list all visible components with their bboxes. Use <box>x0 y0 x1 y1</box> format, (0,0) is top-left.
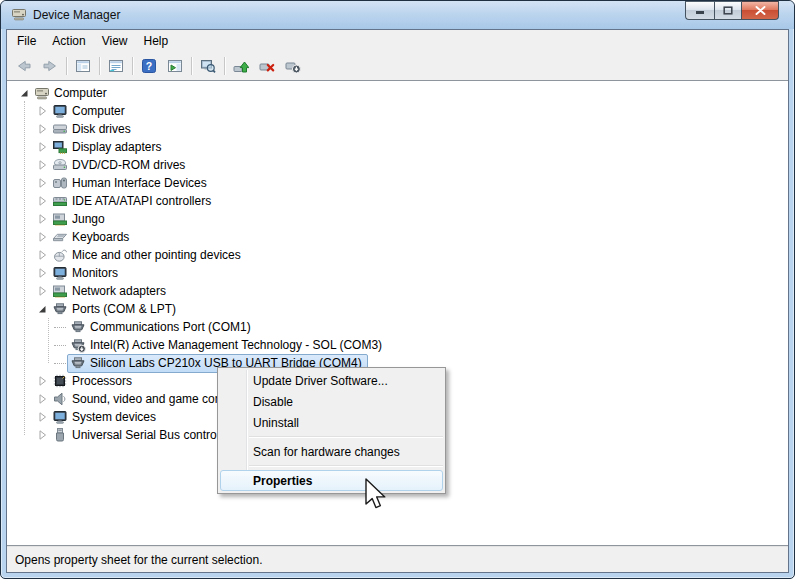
device-manager-window: Device Manager FileActionViewHelp ? Comp… <box>0 0 795 579</box>
context-menu-item-update-driver-software[interactable]: Update Driver Software... <box>220 370 443 391</box>
context-menu-separator <box>249 465 443 467</box>
tree-item[interactable]: Intel(R) Active Management Technology - … <box>53 336 788 354</box>
serial-port-icon <box>70 319 86 335</box>
tree-item[interactable]: Keyboards <box>35 228 788 246</box>
update-driver-icon <box>233 58 249 74</box>
show-hide-console-tree-button[interactable] <box>70 54 96 79</box>
disable-button[interactable] <box>280 54 306 79</box>
collapsed-arrow-icon[interactable] <box>35 194 49 208</box>
serial-port-icon <box>70 337 86 353</box>
svg-text:?: ? <box>146 60 152 72</box>
collapsed-arrow-icon[interactable] <box>35 428 49 442</box>
forward-icon <box>42 58 58 74</box>
network-adapter-icon <box>52 283 68 299</box>
action-pane-button[interactable] <box>162 54 188 79</box>
scan-hw-icon <box>200 58 216 74</box>
tree-item[interactable]: DVD/CD-ROM drives <box>35 156 788 174</box>
context-menu-item-uninstall[interactable]: Uninstall <box>220 412 443 433</box>
processor-icon <box>52 373 68 389</box>
tree-item-label: Display adapters <box>71 140 163 154</box>
scan-hardware-changes-button[interactable] <box>195 54 221 79</box>
collapsed-arrow-icon[interactable] <box>35 248 49 262</box>
collapsed-arrow-icon[interactable] <box>35 122 49 136</box>
tree-item-label: Disk drives <box>71 122 133 136</box>
menu-file[interactable]: File <box>9 31 44 51</box>
toolbar: ? <box>7 52 788 80</box>
properties-button[interactable] <box>103 54 129 79</box>
window-controls <box>685 1 779 20</box>
collapsed-arrow-icon[interactable] <box>35 140 49 154</box>
tree-connector <box>53 320 67 334</box>
tree-item[interactable]: Monitors <box>35 264 788 282</box>
tree-item-label: DVD/CD-ROM drives <box>71 158 187 172</box>
serial-port-icon <box>52 301 68 317</box>
keyboard-icon <box>52 229 68 245</box>
collapsed-arrow-icon[interactable] <box>35 158 49 172</box>
collapsed-arrow-icon[interactable] <box>35 374 49 388</box>
collapsed-arrow-icon[interactable] <box>35 392 49 406</box>
tree-item[interactable]: Human Interface Devices <box>35 174 788 192</box>
context-menu-item-disable[interactable]: Disable <box>220 391 443 412</box>
tree-item[interactable]: Computer <box>35 102 788 120</box>
help-button[interactable]: ? <box>136 54 162 79</box>
tree-item[interactable]: Display adapters <box>35 138 788 156</box>
close-icon <box>755 4 766 18</box>
serial-port-icon <box>70 355 86 371</box>
menu-view[interactable]: View <box>94 31 136 51</box>
collapsed-arrow-icon[interactable] <box>35 266 49 280</box>
expanded-arrow-icon[interactable] <box>17 86 31 100</box>
tree-item[interactable]: Mice and other pointing devices <box>35 246 788 264</box>
collapsed-arrow-icon[interactable] <box>35 104 49 118</box>
tree-item[interactable]: Computer <box>17 84 788 102</box>
monitor-icon <box>52 103 68 119</box>
cd-rom-icon <box>52 157 68 173</box>
tree-item[interactable]: Communications Port (COM1) <box>53 318 788 336</box>
menu-action[interactable]: Action <box>44 31 93 51</box>
monitor-icon <box>52 409 68 425</box>
maximize-button[interactable] <box>714 1 742 20</box>
collapsed-arrow-icon[interactable] <box>35 410 49 424</box>
device-manager-icon <box>11 6 27 25</box>
window-title: Device Manager <box>33 8 120 22</box>
collapsed-arrow-icon[interactable] <box>35 284 49 298</box>
tree-item-label: Human Interface Devices <box>71 176 209 190</box>
context-menu-item-scan-for-hardware-changes[interactable]: Scan for hardware changes <box>220 441 443 462</box>
back-button[interactable] <box>11 54 37 79</box>
tree-item[interactable]: Jungo <box>35 210 788 228</box>
title-bar[interactable]: Device Manager <box>1 1 794 29</box>
tree-item-label: System devices <box>71 410 158 424</box>
status-bar: Opens property sheet for the current sel… <box>7 546 788 572</box>
tree-item-label: Ports (COM & LPT) <box>71 302 178 316</box>
tree-item[interactable]: Network adapters <box>35 282 788 300</box>
speaker-icon <box>52 391 68 407</box>
collapsed-arrow-icon[interactable] <box>35 230 49 244</box>
tree-item[interactable]: Disk drives <box>35 120 788 138</box>
context-menu-separator <box>249 436 443 438</box>
forward-button[interactable] <box>37 54 63 79</box>
ide-controller-icon <box>52 193 68 209</box>
action-pane-icon <box>167 58 183 74</box>
context-menu-item-properties[interactable]: Properties <box>220 470 443 491</box>
properties-icon <box>108 58 124 74</box>
tree-item[interactable]: IDE ATA/ATAPI controllers <box>35 192 788 210</box>
context-menu: Update Driver Software...DisableUninstal… <box>217 367 446 494</box>
tree-item-label: Processors <box>71 374 134 388</box>
hid-icon <box>52 175 68 191</box>
tree-item[interactable]: Ports (COM & LPT) <box>35 300 788 318</box>
tree-guide <box>48 318 49 363</box>
toolbar-separator <box>66 57 67 75</box>
tree-item-label: Monitors <box>71 266 120 280</box>
update-driver-software-button[interactable] <box>228 54 254 79</box>
minimize-button[interactable] <box>685 1 714 20</box>
toolbar-separator <box>132 57 133 75</box>
menu-help[interactable]: Help <box>136 31 177 51</box>
close-button[interactable] <box>742 1 779 20</box>
network-adapter-icon <box>52 211 68 227</box>
expanded-arrow-icon[interactable] <box>35 302 49 316</box>
tree-item-label: Communications Port (COM1) <box>89 320 253 334</box>
uninstall-button[interactable] <box>254 54 280 79</box>
menu-bar: FileActionViewHelp <box>7 30 788 52</box>
tree-item-label: Universal Serial Bus controllers <box>71 428 241 442</box>
collapsed-arrow-icon[interactable] <box>35 212 49 226</box>
collapsed-arrow-icon[interactable] <box>35 176 49 190</box>
